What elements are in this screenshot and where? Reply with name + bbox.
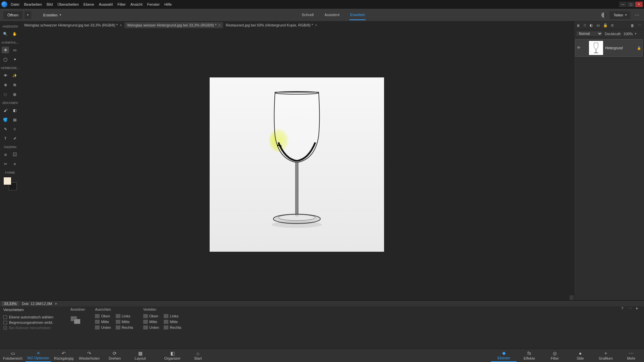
mode-expert[interactable]: Erweitert [350,10,365,20]
menu-filter[interactable]: Filter [117,2,125,6]
maximize-button[interactable]: ▢ [627,2,635,7]
whiten-tool-icon[interactable]: ✨ [11,72,18,79]
brush-tool-icon[interactable]: 🖌 [2,107,9,114]
layer-row[interactable]: 👁 Hintergrund 🔒 [575,39,643,57]
picker-tool-icon[interactable]: ✎ [2,126,9,132]
delete-layer-icon[interactable]: 🗑 [631,23,634,27]
menu-datei[interactable]: Datei [11,2,19,6]
blend-mode-select[interactable]: Normal [576,31,603,37]
fill-tool-icon[interactable]: 🪣 [2,116,9,123]
canvas[interactable]: ▸✥ [210,77,384,252]
taskbar-effekte[interactable]: fxEffekte [517,349,542,362]
mode-guided[interactable]: Assistent [324,10,340,20]
menu-hilfe[interactable]: Hilfe [164,2,172,6]
panel-menu-icon[interactable]: ⋯ [638,23,641,27]
pencil-tool-icon[interactable]: ✐ [11,135,18,142]
align-top[interactable]: Oben [95,314,111,318]
blur-tool-icon[interactable]: ◌ [2,91,9,98]
lock-layer-icon[interactable]: 🔒 [603,23,608,27]
lock-icon[interactable]: 🔒 [637,46,641,50]
arrange-icon[interactable] [70,316,82,326]
menu-fenster[interactable]: Fenster [147,2,160,6]
taskbar-start[interactable]: ⌂Start [185,349,211,362]
close-button[interactable]: ✕ [635,2,643,7]
taskbar-mehr[interactable]: ⋯Mehr [619,349,644,362]
align-center[interactable]: Mitte [116,320,133,324]
close-tab-icon[interactable]: × [120,23,122,27]
zoom-level[interactable]: 33,33% [2,301,18,306]
align-right[interactable]: Rechts [116,325,133,329]
foreground-color-swatch[interactable] [3,177,11,185]
open-button[interactable]: Öffnen [3,11,22,19]
help-icon[interactable]: ? [621,306,626,311]
recompose-tool-icon[interactable]: ⿶ [11,151,18,158]
dist-center[interactable]: Mitte [164,320,181,324]
dist-left[interactable]: Links [164,314,181,318]
chevron-down-icon[interactable]: ▾ [635,32,636,35]
document-tab[interactable]: Weinglas schwarzer Hintergrund.jpg bei 3… [21,22,124,28]
menu-ebene[interactable]: Ebene [84,2,94,6]
mask-icon[interactable]: ▭ [596,23,600,27]
close-tab-icon[interactable]: × [315,23,317,27]
layer-name[interactable]: Hintergrund [605,46,635,50]
gradient-tool-icon[interactable]: ▤ [11,116,18,123]
adjust-layer-icon[interactable]: ◐ [590,23,593,27]
visibility-toggle-icon[interactable]: 👁 [577,46,582,50]
clone-tool-icon[interactable]: ⧉ [11,81,18,88]
collapse-icon[interactable]: ▾ [636,306,641,311]
wand-tool-icon[interactable]: ✦ [11,56,18,63]
open-dropdown[interactable]: ▾ [24,11,31,19]
lasso-tool-icon[interactable]: ◯ [2,56,9,63]
bounding-box-checkbox[interactable]: Begrenzungsrahmen einbl. [3,320,60,324]
mode-quick[interactable]: Schnell [301,10,314,20]
align-bottom[interactable]: Unten [95,325,111,329]
zoom-tool-icon[interactable]: 🔍 [2,31,9,37]
crop-tool-icon[interactable]: ⧈ [2,151,9,158]
sponge-tool-icon[interactable]: ◍ [11,91,18,98]
dist-bottom[interactable]: Unten [143,325,159,329]
taskbar-wzoptionen[interactable]: ≡WZ-Optionen [25,349,51,362]
new-layer-icon[interactable]: 🗎 [577,23,580,27]
options-menu-icon[interactable]: ⋯ [629,306,633,311]
taskbar-redo[interactable]: ↷Wiederholen [76,349,102,362]
close-tab-icon[interactable]: × [218,23,220,27]
create-dropdown[interactable]: Erstellen▾ [39,11,65,19]
theme-toggle-icon[interactable] [601,12,607,18]
layer-thumbnail[interactable] [589,41,603,55]
chevron-right-icon[interactable]: ▸ [55,301,57,306]
taskbar-undo[interactable]: ↶Rückgängig [51,349,76,362]
marquee-tool-icon[interactable]: ▭ [11,47,18,53]
link-layers-icon[interactable]: ⧈ [611,23,613,27]
scroll-corner[interactable] [570,295,574,300]
dist-top[interactable]: Oben [143,314,159,318]
taskbar-grafiken[interactable]: ＋Grafiken [593,349,619,362]
minimize-button[interactable]: — [619,2,627,7]
eraser-tool-icon[interactable]: ◧ [11,107,18,114]
menu-ansicht[interactable]: Ansicht [130,2,143,6]
taskbar-rotate[interactable]: ⟳Drehen [102,349,127,362]
menu-bearbeiten[interactable]: Bearbeiten [24,2,42,6]
taskbar-fotobereich[interactable]: ▭Fotobereich [0,349,25,362]
share-dropdown[interactable]: Teilen▾ [609,11,631,19]
taskbar-ebenen[interactable]: ◆Ebenen [491,349,517,362]
type-tool-icon[interactable]: T [2,135,9,142]
color-swatches[interactable] [3,177,17,190]
opacity-value[interactable]: 100% [624,32,633,36]
hand-tool-icon[interactable]: ✋ [11,31,18,37]
straighten-tool-icon[interactable]: ≡ [11,161,18,167]
document-tab[interactable]: Restaurant.jpg bei 50% (Hintergrund Kopi… [223,22,320,28]
new-group-icon[interactable]: ⧉ [584,23,586,27]
menu-auswahl[interactable]: Auswahl [99,2,113,6]
shape-tool-icon[interactable]: ☆ [11,126,18,132]
taskbar-organizer[interactable]: ◧Organizer [160,349,185,362]
overflow-icon[interactable]: ⋯ [633,12,641,18]
dist-right[interactable]: Rechts [164,325,181,329]
redeye-tool-icon[interactable]: 👁 [2,72,9,79]
taskbar-filter[interactable]: ◎Filter [542,349,568,362]
menu-ueberarbeiten[interactable]: Überarbeiten [57,2,79,6]
dist-middle[interactable]: Mitte [143,320,159,324]
align-middle[interactable]: Mitte [95,320,111,324]
canvas-area[interactable]: ▸✥ [20,29,574,300]
document-tab[interactable]: Weinglas weisser Hintergrund.jpg bei 33,… [124,22,223,28]
heal-tool-icon[interactable]: ⊕ [2,81,9,88]
